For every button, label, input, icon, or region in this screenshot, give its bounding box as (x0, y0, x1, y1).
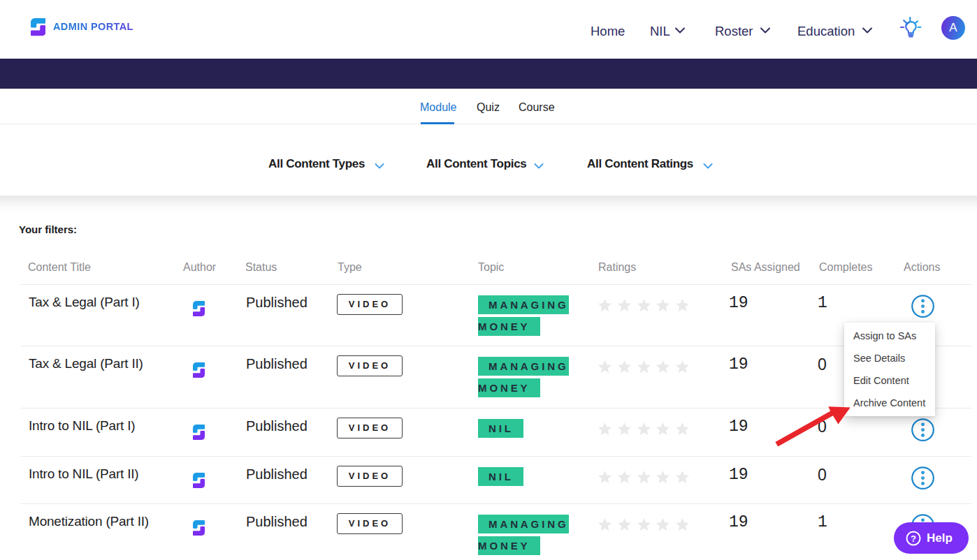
svg-text:?: ? (911, 533, 916, 543)
